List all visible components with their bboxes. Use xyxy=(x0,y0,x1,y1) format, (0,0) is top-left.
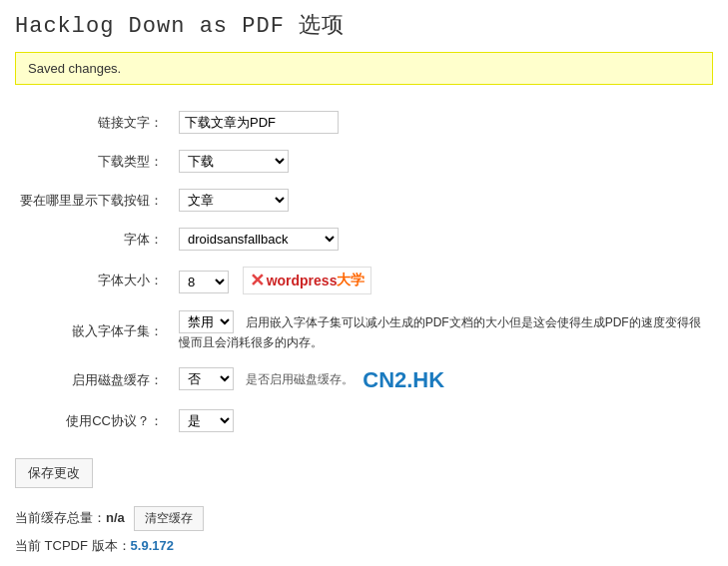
embed-font-label: 嵌入字体子集： xyxy=(15,302,175,359)
cache-value: n/a xyxy=(106,510,125,525)
disk-cache-hint: 是否启用磁盘缓存。 xyxy=(246,372,354,386)
font-select[interactable]: droidsansfallback freeserif dejavusans xyxy=(179,228,339,251)
font-label: 字体： xyxy=(15,220,175,259)
disk-cache-select[interactable]: 否 是 xyxy=(179,367,234,390)
display-location-select[interactable]: 文章 页面 两者 xyxy=(179,189,289,212)
font-size-label: 字体大小： xyxy=(15,259,175,302)
link-text-input[interactable] xyxy=(179,111,339,134)
download-type-row: 下载类型： 下载 在线查看 xyxy=(15,142,713,181)
embed-font-row: 嵌入字体子集： 禁用 启用 启用嵌入字体子集可以减小生成的PDF文档的大小但是这… xyxy=(15,302,713,359)
display-location-row: 要在哪里显示下载按钮： 文章 页面 两者 xyxy=(15,181,713,220)
save-section: 保存更改 xyxy=(15,458,713,488)
download-type-label: 下载类型： xyxy=(15,142,175,181)
saved-banner: Saved changes. xyxy=(15,52,713,85)
cache-line: 当前缓存总量：n/a 清空缓存 xyxy=(15,506,713,531)
cache-label: 当前缓存总量： xyxy=(15,510,106,525)
page-title: Hacklog Down as PDF 选项 xyxy=(15,10,713,40)
cc-protocol-label: 使用CC协议？： xyxy=(15,401,175,440)
wordpress-university-badge: ✕ wordpress 大学 xyxy=(243,267,372,294)
font-size-row: 字体大小： 6 7 8 9 10 11 12 ✕ wordpress 大学 xyxy=(15,259,713,302)
cn2hk-badge: CN2.HK xyxy=(363,367,444,393)
disk-cache-label: 启用磁盘缓存： xyxy=(15,359,175,401)
embed-font-hint: 启用嵌入字体子集可以减小生成的PDF文档的大小但是这会使得生成PDF的速度变得很… xyxy=(179,315,701,349)
wp-x-icon: ✕ xyxy=(250,270,265,291)
tcpdf-label: 当前 TCPDF 版本： xyxy=(15,538,131,553)
footer-section: 当前缓存总量：n/a 清空缓存 当前 TCPDF 版本：5.9.172 xyxy=(15,506,713,555)
embed-font-select[interactable]: 禁用 启用 xyxy=(179,310,234,333)
disk-cache-row: 启用磁盘缓存： 否 是 是否启用磁盘缓存。 CN2.HK xyxy=(15,359,713,401)
save-button[interactable]: 保存更改 xyxy=(15,458,93,488)
font-row: 字体： droidsansfallback freeserif dejavusa… xyxy=(15,220,713,259)
font-size-select[interactable]: 6 7 8 9 10 11 12 xyxy=(179,271,229,293)
link-text-row: 链接文字： xyxy=(15,103,713,142)
download-type-select[interactable]: 下载 在线查看 xyxy=(179,150,289,173)
clear-cache-button[interactable]: 清空缓存 xyxy=(134,506,204,531)
link-text-label: 链接文字： xyxy=(15,103,175,142)
wordpress-label: wordpress xyxy=(267,273,338,288)
university-label: 大学 xyxy=(337,272,364,289)
cc-protocol-select[interactable]: 是 否 xyxy=(179,409,234,432)
settings-form: 链接文字： 下载类型： 下载 在线查看 要在哪里显示下载按钮： 文章 页面 两者… xyxy=(15,103,713,440)
tcpdf-line: 当前 TCPDF 版本：5.9.172 xyxy=(15,537,713,555)
display-location-label: 要在哪里显示下载按钮： xyxy=(15,181,175,220)
cc-protocol-row: 使用CC协议？： 是 否 xyxy=(15,401,713,440)
tcpdf-version: 5.9.172 xyxy=(131,538,174,553)
